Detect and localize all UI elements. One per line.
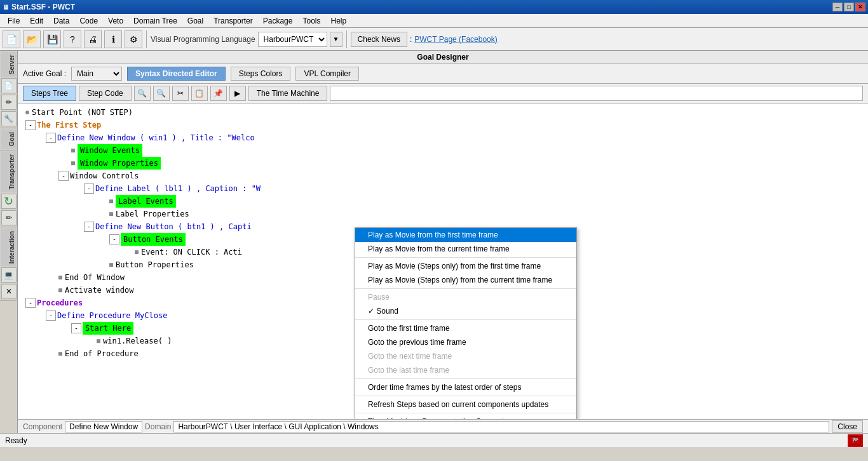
- tree-row-start: ● Start Point (NOT STEP): [20, 106, 865, 119]
- steps-tree-button[interactable]: Steps Tree: [23, 86, 76, 101]
- sidebar-transporter-label[interactable]: Transporter: [1, 152, 17, 192]
- save-button[interactable]: 💾: [43, 30, 61, 48]
- sidebar-icon-1[interactable]: 📄: [1, 78, 17, 93]
- menu-goal[interactable]: Goal: [182, 15, 208, 27]
- dd-item-goto-last: Goto the last time frame: [355, 363, 576, 377]
- end-proc-text: End of Procedure: [65, 347, 139, 360]
- dd-sep4: [355, 378, 576, 379]
- print-button[interactable]: 🖨: [84, 30, 102, 48]
- new-button[interactable]: 📄: [3, 30, 20, 48]
- language-combo[interactable]: HarbourPWCT: [258, 32, 327, 47]
- lang-label: Visual Programming Language: [151, 35, 255, 44]
- sidebar-icon-3[interactable]: 🔧: [1, 111, 17, 126]
- expand-define-proc[interactable]: -: [46, 311, 56, 321]
- expand-define-button[interactable]: -: [84, 222, 94, 232]
- event-onclick-text: Event: ON CLICK : Acti: [141, 246, 242, 258]
- bottom-icon: 🏁: [848, 434, 863, 447]
- expand-procedures[interactable]: -: [25, 298, 36, 308]
- sidebar-interaction-label[interactable]: Interaction: [1, 229, 17, 266]
- menu-edit[interactable]: Edit: [25, 15, 48, 27]
- help-button[interactable]: ?: [64, 30, 81, 48]
- scrollbar-area[interactable]: [330, 86, 863, 101]
- menu-package[interactable]: Package: [258, 15, 298, 27]
- menu-code[interactable]: Code: [74, 15, 103, 27]
- sidebar-icon-edit[interactable]: ✏: [1, 210, 17, 225]
- vertical-sidebar: Server 📄 ✏ 🔧 Goal Transporter ↻ ✏ Intera…: [0, 51, 18, 433]
- settings-button[interactable]: ⚙: [125, 30, 142, 48]
- tree-row-define-window: - Define New Window ( win1 ) , Title : "…: [20, 131, 865, 144]
- maximize-button[interactable]: □: [844, 3, 854, 11]
- combo-dropdown-btn[interactable]: ▼: [330, 32, 342, 47]
- sidebar-icon-terminal[interactable]: 💻: [1, 267, 17, 283]
- activate-window-text: Activate window: [65, 284, 133, 297]
- action-icon[interactable]: ▶: [229, 86, 246, 101]
- dd-item-goto-first[interactable]: Goto the first time frame: [355, 321, 576, 335]
- cut-icon[interactable]: ✂: [172, 86, 189, 101]
- menu-domain-tree[interactable]: Domain Tree: [128, 15, 182, 27]
- copy-icon[interactable]: 📋: [191, 86, 208, 101]
- menu-file[interactable]: File: [3, 15, 25, 27]
- steps-colors-button[interactable]: Steps Colors: [231, 67, 291, 81]
- close-status-button[interactable]: Close: [832, 420, 863, 433]
- toolbar: 📄 📂 💾 ? 🖨 ℹ ⚙ Visual Programming Languag…: [0, 28, 868, 51]
- start-point-text: Start Point (NOT STEP): [32, 106, 133, 119]
- tree-area[interactable]: ● Start Point (NOT STEP) - The First Ste…: [18, 104, 868, 419]
- dd-item-sound[interactable]: ✓ Sound: [355, 304, 576, 318]
- active-goal-label: Active Goal :: [23, 69, 66, 78]
- dd-item-order-frames[interactable]: Order time frames by the latest order of…: [355, 380, 576, 394]
- open-button[interactable]: 📂: [23, 30, 41, 48]
- zoom-out-icon[interactable]: 🔍: [153, 86, 170, 101]
- dd-item-goto-prev[interactable]: Goto the previous time frame: [355, 335, 576, 349]
- check-news-button[interactable]: Check News: [351, 32, 407, 47]
- vpl-compiler-button[interactable]: VPL Compiler: [295, 67, 359, 81]
- step-code-button[interactable]: Step Code: [79, 86, 132, 101]
- first-step-text: The First Step: [37, 119, 101, 131]
- expand-start-here[interactable]: -: [71, 323, 81, 333]
- tree-row-window-props: ■ Window Properties: [20, 157, 865, 170]
- info-button[interactable]: ℹ: [104, 30, 122, 48]
- define-label-text: Define Label ( lbl1 ) , Caption : "W: [95, 182, 261, 195]
- define-proc-text: Define Procedure MyClose: [57, 309, 167, 322]
- title-bar-left: 🖥 Start.SSF - PWCT: [3, 3, 75, 11]
- domain-value: HarbourPWCT \ User Interface \ GUI Appli…: [173, 421, 829, 432]
- sidebar-interaction-section: Interaction 💻 ✕: [0, 227, 18, 301]
- menu-veto[interactable]: Veto: [103, 15, 128, 27]
- paste-icon[interactable]: 📌: [210, 86, 227, 101]
- dd-item-play-steps-first[interactable]: Play as Movie (Steps only) from the firs…: [355, 259, 576, 273]
- expand-define-window[interactable]: -: [46, 133, 56, 143]
- transporter-icon[interactable]: ↻: [1, 194, 17, 209]
- window-events-text: Window Events: [78, 144, 142, 157]
- time-machine-dropdown: Play as Movie from the first time frame …: [355, 227, 577, 419]
- dd-item-play-steps-current[interactable]: Play as Movie (Steps only) from the curr…: [355, 273, 576, 287]
- label-events-text: Label Events: [116, 195, 176, 208]
- expand-window-controls[interactable]: -: [58, 171, 69, 181]
- dd-item-play-current[interactable]: Play as Movie from the current time fram…: [355, 242, 576, 256]
- menu-tools[interactable]: Tools: [297, 15, 325, 27]
- minimize-button[interactable]: ─: [832, 3, 843, 11]
- start-here-text: Start Here: [83, 322, 133, 335]
- sidebar-icon-2[interactable]: ✏: [1, 95, 17, 110]
- active-goal-combo[interactable]: Main: [71, 67, 122, 81]
- time-machine-button[interactable]: The Time Machine: [248, 86, 328, 101]
- menu-help[interactable]: Help: [325, 15, 351, 27]
- dd-sep6: [355, 413, 576, 413]
- syntax-directed-editor-button[interactable]: Syntax Directed Editor: [127, 67, 226, 81]
- dd-item-doc-generator[interactable]: Time Machine - Documentation Generator: [355, 415, 576, 419]
- expand-first-step[interactable]: -: [25, 120, 36, 130]
- sidebar-server-label[interactable]: Server: [1, 52, 17, 77]
- tree-row-label-props: ■ Label Properties: [20, 208, 865, 220]
- active-goal-row: Active Goal : Main Syntax Directed Edito…: [18, 64, 868, 84]
- zoom-in-icon[interactable]: 🔍: [134, 86, 151, 101]
- fb-link[interactable]: PWCT Page (Facebook): [414, 35, 498, 44]
- expand-define-label[interactable]: -: [84, 184, 94, 194]
- close-button[interactable]: ✕: [855, 3, 865, 11]
- tree-row-first-step: - The First Step: [20, 119, 865, 131]
- dd-item-play-first[interactable]: Play as Movie from the first time frame: [355, 228, 576, 242]
- dd-item-refresh-steps[interactable]: Refresh Steps based on current component…: [355, 398, 576, 411]
- sidebar-icon-x[interactable]: ✕: [1, 284, 17, 299]
- expand-button-events[interactable]: -: [109, 234, 119, 244]
- bottom-bar: Ready 🏁: [0, 433, 868, 447]
- sidebar-goal-label[interactable]: Goal: [1, 130, 17, 149]
- menu-transporter[interactable]: Transporter: [208, 15, 258, 27]
- menu-data[interactable]: Data: [48, 15, 74, 27]
